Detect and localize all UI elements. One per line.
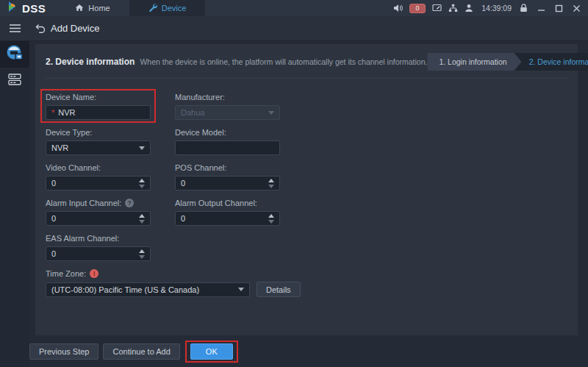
spin-down-icon[interactable] — [139, 220, 145, 224]
step-device-information[interactable]: 2. Device information — [514, 53, 588, 71]
spin-down-icon[interactable] — [139, 255, 145, 259]
step-login-information[interactable]: 1. Login information — [427, 53, 521, 71]
manufacturer-label: Manufacturer: — [175, 92, 280, 102]
pos-channel-input[interactable]: 0 — [175, 176, 280, 190]
wrench-icon — [148, 3, 157, 13]
time-zone-select[interactable]: (UTC-08:00) Pacific Time (US & Canada) — [46, 282, 250, 297]
video-channel-input[interactable]: 0 — [46, 176, 151, 190]
sidebar-item-server[interactable] — [0, 68, 29, 94]
notification-badge[interactable]: 0 — [409, 4, 426, 13]
page-title: Add Device — [51, 23, 99, 34]
chevron-down-icon — [268, 111, 274, 115]
spin-up-icon[interactable] — [268, 214, 274, 218]
alarm-input-channel-value: 0 — [51, 214, 56, 223]
eas-alarm-channel-label: EAS Alarm Channel: — [46, 233, 151, 243]
device-type-value: NVR — [51, 143, 68, 152]
app-logo: DSS — [0, 0, 56, 16]
alarm-output-channel-label: Alarm Output Channel: — [175, 198, 280, 208]
video-channel-value: 0 — [51, 179, 56, 188]
previous-step-button[interactable]: Previous Step — [29, 343, 98, 360]
required-asterisk: * — [51, 108, 54, 117]
device-manager-icon — [6, 44, 24, 65]
screen-config-icon[interactable] — [432, 4, 442, 13]
chevron-down-icon — [139, 146, 145, 150]
video-channel-label: Video Channel: — [46, 163, 151, 173]
device-name-value: NVR — [58, 108, 75, 117]
field-pos-channel: POS Channel: 0 — [175, 163, 280, 190]
alarm-output-channel-input[interactable]: 0 — [175, 211, 280, 226]
pos-channel-label: POS Channel: — [175, 163, 280, 173]
pos-channel-value: 0 — [181, 179, 185, 188]
dss-logo-icon — [7, 1, 19, 15]
manufacturer-select: Dahua — [175, 105, 280, 120]
spin-up-icon[interactable] — [139, 179, 145, 182]
details-button[interactable]: Details — [257, 282, 301, 297]
server-icon — [8, 74, 21, 88]
device-name-label: Device Name: — [46, 92, 151, 102]
spin-up-icon[interactable] — [139, 214, 145, 218]
sidebar — [0, 41, 29, 367]
speaker-icon[interactable] — [393, 4, 403, 13]
field-manufacturer: Manufacturer: Dahua — [175, 92, 280, 120]
tab-home[interactable]: Home — [56, 0, 129, 16]
chevron-down-icon — [238, 288, 244, 291]
lock-icon[interactable] — [520, 4, 528, 13]
maximize-button[interactable] — [555, 4, 563, 13]
menu-toggle[interactable] — [0, 24, 29, 32]
spinner-arrows[interactable] — [268, 179, 274, 188]
device-type-select[interactable]: NVR — [46, 140, 151, 155]
device-name-input[interactable]: * NVR — [46, 105, 151, 120]
alarm-output-channel-value: 0 — [181, 214, 185, 223]
alarm-input-channel-input[interactable]: 0 — [46, 211, 151, 226]
sidebar-item-device-manager[interactable] — [0, 41, 29, 68]
spin-up-icon[interactable] — [139, 249, 145, 253]
breadcrumb-bar: Add Device — [0, 16, 588, 41]
sitemap-icon[interactable] — [448, 4, 458, 13]
dss-window: DSS Home Device 0 — [0, 0, 588, 367]
step-description: When the device is online, the platform … — [140, 57, 427, 66]
footer-actions: Previous Step Continue to Add OK — [29, 335, 588, 367]
wizard-steps: 1. Login information 2. Device informati… — [427, 53, 588, 71]
alarm-input-channel-label: Alarm Input Channel: ? — [46, 198, 151, 208]
ok-button-wrap: OK — [190, 343, 233, 360]
field-eas-alarm-channel: EAS Alarm Channel: 0 — [46, 233, 151, 261]
system-tray: 0 14:39:09 — [393, 0, 588, 16]
step-heading: 2. Device information — [46, 57, 135, 67]
device-info-panel: 2. Device information When the device is… — [35, 44, 578, 337]
field-device-name: Device Name: * NVR — [46, 92, 151, 120]
help-icon[interactable]: ? — [125, 199, 134, 207]
home-icon — [75, 4, 84, 13]
spinner-arrows[interactable] — [139, 214, 145, 224]
eas-alarm-channel-input[interactable]: 0 — [46, 246, 151, 261]
spin-up-icon[interactable] — [268, 179, 274, 182]
time-zone-label: Time Zone: ! — [46, 268, 567, 279]
manufacturer-value: Dahua — [181, 108, 204, 117]
field-alarm-output-channel: Alarm Output Channel: 0 — [175, 198, 280, 226]
app-name: DSS — [22, 2, 46, 15]
device-model-input[interactable] — [175, 140, 280, 155]
field-device-model: Device Model: — [175, 127, 280, 155]
timezone-alert-icon: ! — [90, 269, 98, 278]
eas-alarm-channel-value: 0 — [51, 249, 56, 258]
ok-button[interactable]: OK — [190, 343, 233, 360]
spin-down-icon[interactable] — [268, 185, 274, 188]
device-type-label: Device Type: — [46, 127, 151, 138]
continue-to-add-button[interactable]: Continue to Add — [103, 343, 179, 360]
field-video-channel: Video Channel: 0 — [46, 163, 151, 190]
spinner-arrows[interactable] — [139, 179, 145, 188]
title-bar: DSS Home Device 0 — [0, 0, 588, 16]
spinner-arrows[interactable] — [268, 214, 274, 224]
tab-device[interactable]: Device — [129, 0, 206, 16]
device-form: Device Name: * NVR Manufacturer: Dahua — [35, 79, 578, 297]
spin-down-icon[interactable] — [268, 220, 274, 224]
spin-down-icon[interactable] — [139, 185, 145, 188]
user-icon[interactable] — [465, 4, 473, 13]
time-zone-value: (UTC-08:00) Pacific Time (US & Canada) — [51, 285, 199, 294]
clock-time: 14:39:09 — [481, 4, 512, 13]
field-time-zone: Time Zone: ! (UTC-08:00) Pacific Time (U… — [46, 268, 567, 297]
spinner-arrows[interactable] — [139, 249, 145, 259]
back-button[interactable] — [35, 24, 46, 33]
close-button[interactable] — [573, 4, 581, 13]
minimize-button[interactable] — [537, 4, 545, 13]
field-alarm-input-channel: Alarm Input Channel: ? 0 — [46, 198, 151, 226]
